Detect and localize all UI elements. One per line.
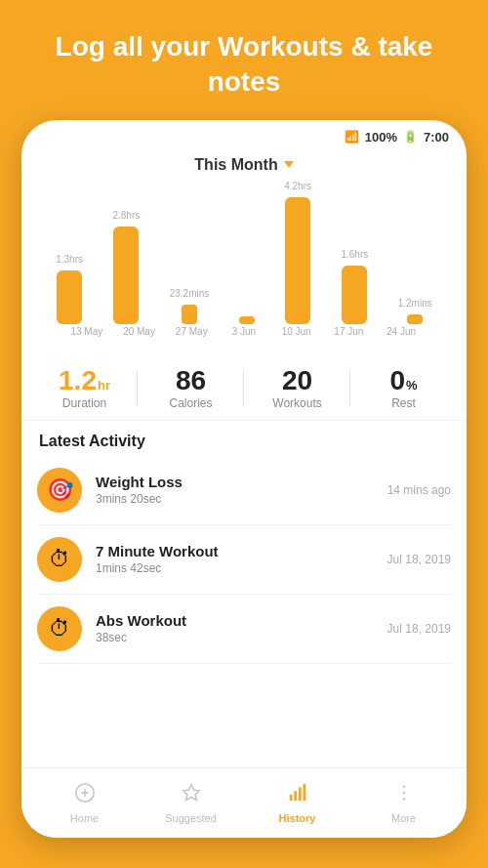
nav-label-home: Home bbox=[70, 812, 99, 824]
activity-icon: ⏱ bbox=[37, 606, 82, 651]
stat-label: Duration bbox=[31, 396, 138, 410]
phone-frame: 📶 100% 🔋 7:00 This Month 1.3hrs2.8hrs23.… bbox=[21, 120, 467, 838]
activity-item[interactable]: ⏱Abs Workout38secJul 18, 2019 bbox=[37, 595, 451, 664]
bar-group: 4.2hrs bbox=[284, 181, 311, 324]
battery-percent: 100% bbox=[365, 130, 397, 145]
bar-group: 1.6hrs bbox=[341, 249, 368, 324]
nav-item-suggested[interactable]: Suggested bbox=[138, 782, 244, 824]
activity-info: Abs Workout38sec bbox=[96, 612, 374, 644]
bar-date-label: 27 May bbox=[172, 326, 211, 337]
bar-chart: 1.3hrs2.8hrs23.2mins4.2hrs1.6hrs1.2mins … bbox=[21, 178, 467, 353]
bar-date-label: 10 Jun bbox=[277, 326, 316, 337]
nav-label-history: History bbox=[279, 812, 316, 824]
activity-info: Weight Loss3mins 20sec bbox=[96, 474, 374, 506]
bar-group bbox=[239, 310, 255, 324]
bar-value-label: 1.6hrs bbox=[341, 249, 368, 260]
bar-value-label: 1.3hrs bbox=[56, 254, 83, 265]
bar bbox=[182, 305, 197, 324]
stat-number: 1.2 bbox=[59, 367, 97, 394]
month-label: This Month bbox=[194, 156, 277, 174]
bar-date-label: 3 Jun bbox=[224, 326, 264, 337]
activity-duration: 1mins 42sec bbox=[96, 561, 374, 575]
bar-date-label: 24 Jun bbox=[382, 326, 421, 337]
activity-time: Jul 18, 2019 bbox=[387, 622, 451, 636]
bar-group: 23.2mins bbox=[170, 288, 210, 324]
signal-icon: 📶 bbox=[345, 130, 359, 144]
bar-date-label: 17 Jun bbox=[329, 326, 368, 337]
nav-label-suggested: Suggested bbox=[165, 812, 217, 824]
bar bbox=[57, 270, 82, 324]
bar-date-label: 20 May bbox=[120, 326, 159, 337]
svg-rect-5 bbox=[298, 787, 301, 801]
bar-date-label: 13 May bbox=[67, 326, 106, 337]
stat-unit: % bbox=[406, 378, 418, 393]
nav-icon-more bbox=[393, 782, 415, 809]
bar-value-label: 23.2mins bbox=[170, 288, 210, 299]
activity-name: 7 Minute Workout bbox=[96, 543, 374, 559]
stat-item: 0%Rest bbox=[350, 367, 457, 410]
battery-icon: 🔋 bbox=[403, 130, 418, 144]
bar-value-label: 2.8hrs bbox=[112, 210, 140, 221]
nav-icon-history bbox=[287, 782, 308, 809]
nav-item-more[interactable]: More bbox=[350, 782, 457, 824]
activity-duration: 3mins 20sec bbox=[96, 492, 374, 506]
stats-row: 1.2hrDuration86Calories20Workouts0%Rest bbox=[21, 353, 467, 421]
stat-label: Workouts bbox=[244, 396, 350, 410]
activity-icon: 🎯 bbox=[37, 468, 82, 513]
activity-list: 🎯Weight Loss3mins 20sec14 mins ago⏱7 Min… bbox=[21, 456, 467, 664]
stat-item: 20Workouts bbox=[244, 367, 350, 410]
svg-rect-6 bbox=[303, 784, 305, 801]
activity-info: 7 Minute Workout1mins 42sec bbox=[96, 543, 374, 575]
bar-group: 2.8hrs bbox=[112, 210, 140, 324]
svg-point-9 bbox=[402, 798, 405, 801]
activity-item[interactable]: ⏱7 Minute Workout1mins 42secJul 18, 2019 bbox=[37, 525, 451, 595]
stat-label: Rest bbox=[350, 396, 457, 410]
nav-icon-home bbox=[74, 782, 96, 809]
activity-name: Abs Workout bbox=[96, 612, 374, 629]
bar bbox=[407, 314, 423, 324]
status-bar: 📶 100% 🔋 7:00 bbox=[21, 120, 467, 148]
stat-number: 0 bbox=[389, 367, 405, 394]
stat-number: 20 bbox=[282, 367, 312, 394]
nav-item-home[interactable]: Home bbox=[31, 782, 138, 824]
stat-item: 86Calories bbox=[138, 367, 244, 410]
nav-item-history[interactable]: History bbox=[244, 782, 350, 824]
nav-label-more: More bbox=[391, 812, 416, 824]
activity-duration: 38sec bbox=[96, 631, 374, 644]
stat-label: Calories bbox=[138, 396, 244, 410]
nav-icon-suggested bbox=[181, 782, 202, 809]
bar-value-label: 1.2mins bbox=[398, 298, 432, 309]
stat-number: 86 bbox=[176, 367, 206, 394]
bar bbox=[113, 227, 139, 324]
activity-item[interactable]: 🎯Weight Loss3mins 20sec14 mins ago bbox=[37, 456, 451, 525]
activity-icon: ⏱ bbox=[37, 537, 82, 582]
bar bbox=[342, 266, 367, 324]
activity-time: Jul 18, 2019 bbox=[387, 553, 451, 566]
svg-rect-4 bbox=[294, 791, 297, 801]
chevron-down-icon bbox=[284, 161, 294, 168]
clock: 7:00 bbox=[424, 130, 449, 145]
stat-item: 1.2hrDuration bbox=[31, 367, 138, 410]
activity-time: 14 mins ago bbox=[387, 483, 451, 497]
svg-point-8 bbox=[402, 791, 405, 794]
activity-name: Weight Loss bbox=[96, 474, 374, 490]
bar bbox=[239, 316, 255, 324]
bar-group: 1.2mins bbox=[398, 298, 432, 324]
stat-unit: hr bbox=[98, 378, 110, 393]
svg-point-7 bbox=[402, 785, 405, 788]
bar-group: 1.3hrs bbox=[56, 254, 83, 324]
bottom-nav: HomeSuggestedHistoryMore bbox=[21, 767, 467, 838]
bar-value-label: 4.2hrs bbox=[284, 181, 311, 191]
hero-title: Log all your Workouts & take notes bbox=[0, 0, 488, 120]
svg-rect-3 bbox=[289, 795, 292, 801]
month-selector[interactable]: This Month bbox=[21, 148, 467, 178]
bar bbox=[285, 197, 310, 324]
section-title-activity: Latest Activity bbox=[21, 421, 467, 456]
